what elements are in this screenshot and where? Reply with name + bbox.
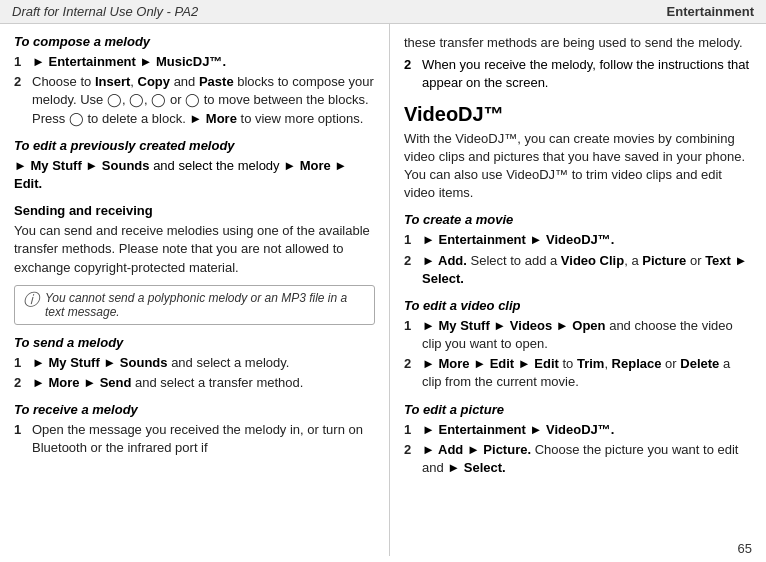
note-icon: ⓘ <box>23 292 39 308</box>
page-number: 65 <box>738 541 752 556</box>
videodj-heading: VideoDJ™ <box>404 103 752 126</box>
edit-picture-title: To edit a picture <box>404 402 752 417</box>
header-right: Entertainment <box>667 4 754 19</box>
step-item: 1 ► Entertainment ► VideoDJ™. <box>404 421 752 439</box>
edit-video-clip-steps: 1 ► My Stuff ► Videos ► Open and choose … <box>404 317 752 392</box>
receive-step2: 2 When you receive the melody, follow th… <box>404 56 752 92</box>
edit-melody-step: ► My Stuff ► Sounds and select the melod… <box>14 157 375 193</box>
step-item: 1 ► My Stuff ► Videos ► Open and choose … <box>404 317 752 353</box>
create-movie-title: To create a movie <box>404 212 752 227</box>
send-melody-title: To send a melody <box>14 335 375 350</box>
note-text: You cannot send a polyphonic melody or a… <box>45 291 366 319</box>
header-left: Draft for Internal Use Only - PA2 <box>12 4 198 19</box>
receive-melody-title: To receive a melody <box>14 402 375 417</box>
create-movie-steps: 1 ► Entertainment ► VideoDJ™. 2 ► Add. S… <box>404 231 752 288</box>
right-column: these transfer methods are being used to… <box>390 24 766 556</box>
step-item: 2 Choose to Insert, Copy and Paste block… <box>14 73 375 128</box>
step-item: 2 ► Add. Select to add a Video Clip, a P… <box>404 252 752 288</box>
compose-melody-steps: 1 ► Entertainment ► MusicDJ™. 2 Choose t… <box>14 53 375 128</box>
content-area: To compose a melody 1 ► Entertainment ► … <box>0 24 766 556</box>
videodj-body: With the VideoDJ™, you can create movies… <box>404 130 752 203</box>
edit-melody-title: To edit a previously created melody <box>14 138 375 153</box>
sending-receiving-heading: Sending and receiving <box>14 203 375 218</box>
receive-melody-steps: 1 Open the message you received the melo… <box>14 421 375 457</box>
edit-picture-steps: 1 ► Entertainment ► VideoDJ™. 2 ► Add ► … <box>404 421 752 478</box>
receive-melody-cont: these transfer methods are being used to… <box>404 34 752 52</box>
edit-video-clip-title: To edit a video clip <box>404 298 752 313</box>
send-melody-steps: 1 ► My Stuff ► Sounds and select a melod… <box>14 354 375 392</box>
compose-melody-title: To compose a melody <box>14 34 375 49</box>
step-item: 1 ► Entertainment ► MusicDJ™. <box>14 53 375 71</box>
step-item: 2 ► More ► Send and select a transfer me… <box>14 374 375 392</box>
step-item: 2 ► More ► Edit ► Edit to Trim, Replace … <box>404 355 752 391</box>
step-item: 2 ► Add ► Picture. Choose the picture yo… <box>404 441 752 477</box>
step-item: 1 ► My Stuff ► Sounds and select a melod… <box>14 354 375 372</box>
step-item: 1 Open the message you received the melo… <box>14 421 375 457</box>
step-item: 1 ► Entertainment ► VideoDJ™. <box>404 231 752 249</box>
sending-receiving-body: You can send and receive melodies using … <box>14 222 375 277</box>
page-header: Draft for Internal Use Only - PA2 Entert… <box>0 0 766 24</box>
left-column: To compose a melody 1 ► Entertainment ► … <box>0 24 390 556</box>
note-box: ⓘ You cannot send a polyphonic melody or… <box>14 285 375 325</box>
